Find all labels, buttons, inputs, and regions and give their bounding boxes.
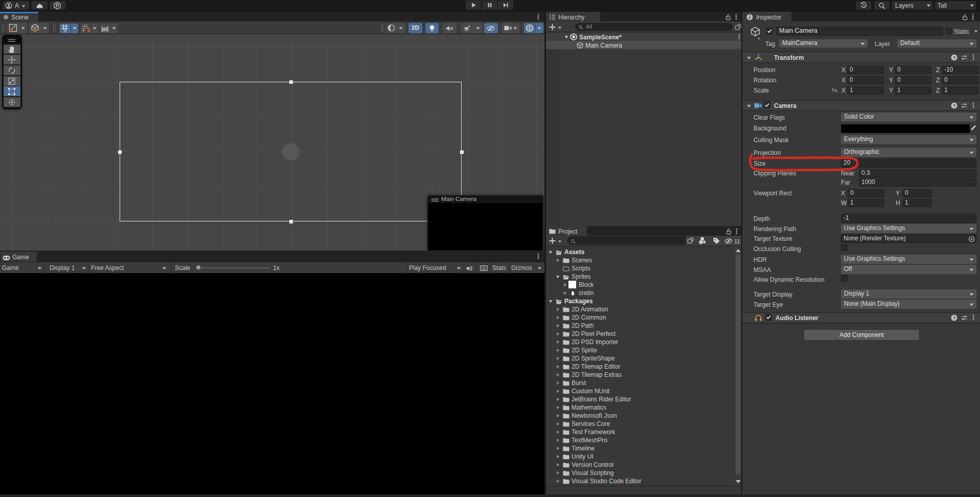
- svg-text:Y: Y: [64, 29, 66, 33]
- svg-text:?: ?: [953, 315, 955, 321]
- svg-text:?: ?: [953, 55, 955, 60]
- svg-text:?: ?: [953, 103, 955, 108]
